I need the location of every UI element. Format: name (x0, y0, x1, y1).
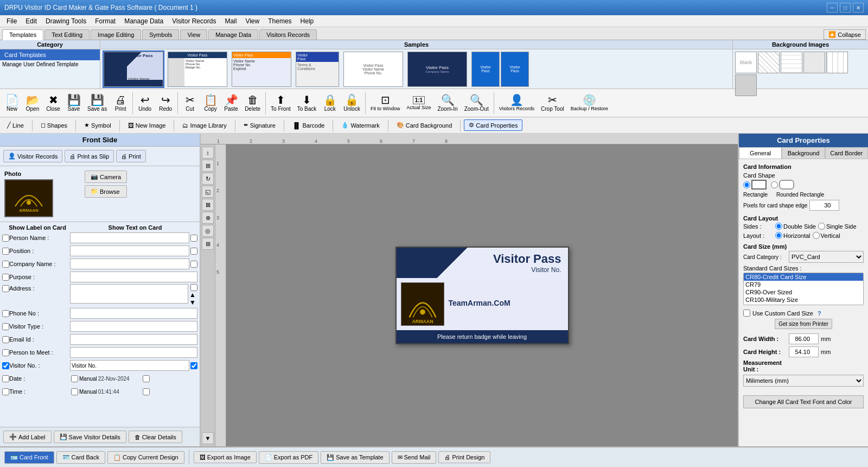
checkbox-time[interactable] (2, 388, 9, 395)
tab-image-editing[interactable]: Image Editing (91, 29, 141, 40)
input-visitor-type[interactable] (70, 321, 197, 332)
unlock-button[interactable]: 🔓 Unlock (341, 93, 363, 113)
text-check-person-name[interactable] (190, 235, 197, 242)
tab-text-editing[interactable]: Text Editing (44, 29, 90, 40)
checkbox-purpose[interactable] (2, 274, 9, 281)
side-tool-1[interactable]: ↕ (202, 147, 214, 159)
side-tool-4[interactable]: ◱ (202, 186, 214, 198)
menu-format[interactable]: Format (91, 16, 120, 26)
input-person-to-meet[interactable] (70, 347, 197, 358)
checkbox-address[interactable] (2, 285, 9, 292)
side-tool-7[interactable]: ◎ (202, 225, 214, 237)
checkbox-date[interactable] (2, 375, 9, 382)
sample-1[interactable]: Visitor Pass Visitor Name (103, 51, 164, 88)
input-purpose[interactable] (70, 272, 197, 282)
menu-help[interactable]: Help (296, 16, 318, 26)
tab-manage-data[interactable]: Manage Data (208, 29, 258, 40)
unit-select[interactable]: Milimeters (mm) (743, 375, 864, 387)
radio-horizontal[interactable]: Horizontal (775, 232, 810, 239)
delete-button[interactable]: 🗑 Delete (242, 93, 263, 113)
actualsize-button[interactable]: 1:1 Actual Size (404, 94, 433, 112)
bg-thumb-1[interactable] (758, 52, 780, 73)
menu-visitor-records[interactable]: Visitor Records (168, 16, 220, 26)
rp-tab-card-border[interactable]: Card Border (825, 147, 868, 159)
custom-size-help[interactable]: ? (818, 310, 821, 317)
menu-file[interactable]: File (2, 16, 21, 26)
cat-btn-card-templates[interactable]: Card Templates (0, 49, 100, 60)
bg-thumb-4[interactable] (826, 52, 848, 73)
undo-button[interactable]: ↩ Undo (135, 93, 155, 113)
card-category-select[interactable]: PVC_Card (789, 251, 864, 263)
input-email[interactable] (70, 334, 197, 345)
side-tool-2[interactable]: ⊞ (202, 160, 214, 172)
pixels-input[interactable] (809, 200, 839, 211)
print-button[interactable]: 🖨 Print (111, 93, 130, 113)
text-check-time[interactable] (143, 388, 150, 395)
clear-button[interactable]: 🗑 Clear Details (129, 431, 182, 443)
copy-button[interactable]: 📋 Copy (201, 93, 220, 113)
barcode-button[interactable]: ▐▌ Barcode (288, 120, 330, 131)
saveas-button[interactable]: 💾 Save as (85, 93, 110, 113)
checkbox-company-name[interactable] (2, 261, 9, 268)
bg-thumb-blank[interactable]: Blank (735, 52, 757, 73)
radio-rounded[interactable] (771, 180, 794, 190)
text-check-address[interactable] (190, 284, 197, 291)
checkbox-position[interactable] (2, 248, 9, 255)
radio-single-side-input[interactable] (818, 223, 825, 230)
bg-thumb-2[interactable] (781, 52, 802, 73)
close-button[interactable]: ✕ (853, 3, 864, 12)
checkbox-person-to-meet[interactable] (2, 349, 9, 356)
input-person-name[interactable] (70, 232, 189, 243)
sample-5[interactable]: Visitor PassVisitor NamePhone No. (342, 51, 404, 88)
camera-button[interactable]: 📷 Camera (85, 171, 127, 183)
checkbox-phone[interactable] (2, 310, 9, 317)
get-size-button[interactable]: Get size from Printer (775, 319, 832, 329)
manual-check-date[interactable] (71, 375, 78, 382)
checkbox-person-name[interactable] (2, 235, 9, 242)
zoomout-button[interactable]: 🔍 Zoom-Out (462, 93, 492, 113)
checkbox-email[interactable] (2, 336, 9, 343)
radio-single-side[interactable]: Single Side (818, 223, 857, 230)
export-image-button[interactable]: 🖼 Export as Image (194, 451, 257, 463)
radio-rectangle[interactable] (743, 180, 767, 190)
visitor-card[interactable]: Visitor Pass Visitor No. ARMAAN (395, 247, 569, 344)
menu-themes[interactable]: Themes (264, 16, 296, 26)
sample-7[interactable]: VisitorPass VisitorPass (470, 51, 530, 88)
radio-vertical-input[interactable] (813, 232, 820, 239)
sample-6[interactable]: Visitor Pass Company Name (406, 51, 468, 88)
text-check-position[interactable] (190, 248, 197, 255)
tab-view[interactable]: View (180, 29, 207, 40)
send-mail-button[interactable]: ✉ Send Mail (392, 451, 437, 464)
print-design-button[interactable]: 🖨 Print Design (438, 451, 490, 463)
height-input[interactable] (789, 346, 819, 357)
menu-view[interactable]: View (241, 16, 264, 26)
toback-button[interactable]: ⬇ To Back (295, 93, 320, 113)
width-input[interactable] (789, 333, 819, 344)
input-company-name[interactable] (70, 258, 189, 269)
radio-rectangle-input[interactable] (743, 181, 750, 188)
custom-size-checkbox[interactable] (743, 310, 750, 317)
visitorsrecords-button[interactable]: 👤 Visitors Records (496, 93, 537, 113)
rp-tab-background[interactable]: Background (782, 147, 825, 159)
new-button[interactable]: 📄 New (2, 93, 22, 113)
text-check-visitor-no[interactable] (190, 362, 197, 369)
maximize-button[interactable]: □ (840, 3, 851, 12)
menu-manage-data[interactable]: Manage Data (120, 16, 168, 26)
line-button[interactable]: ╱ Line (2, 119, 29, 131)
manual-check-time[interactable] (71, 388, 78, 395)
open-button[interactable]: 📂 Open (23, 93, 42, 113)
checkbox-visitor-no[interactable] (2, 362, 9, 369)
checkbox-visitor-type[interactable] (2, 323, 9, 330)
side-tool-rotate[interactable]: ↻ (202, 173, 214, 185)
tab-visitors-records[interactable]: Visitors Records (259, 29, 317, 40)
bg-thumb-5[interactable] (735, 74, 757, 96)
shapes-button[interactable]: ◻ Shapes (36, 119, 72, 131)
copy-design-button[interactable]: 📋 Copy Current Design (107, 451, 184, 464)
add-label-button[interactable]: ➕ Add Label (3, 431, 52, 443)
print-as-slip-button[interactable]: 🖨 Print as Slip (65, 150, 114, 162)
sample-4[interactable]: VisitorPass Terms &Conditions (295, 51, 340, 88)
rp-tab-general[interactable]: General (739, 147, 782, 159)
signature-button[interactable]: ✒ Signature (239, 119, 280, 131)
save-template-button[interactable]: 💾 Save as Template (321, 451, 389, 464)
fittowindow-button[interactable]: ⊡ Fit to Window (368, 93, 403, 113)
